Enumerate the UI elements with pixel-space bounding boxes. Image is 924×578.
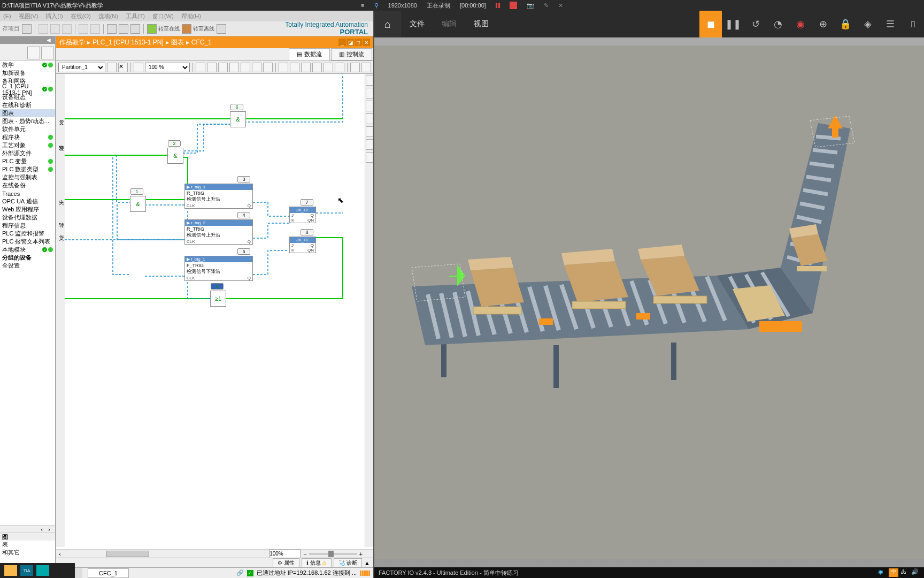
- close-rec-icon[interactable]: ✕: [558, 2, 563, 9]
- tree-item[interactable]: PLC 监控和报警: [0, 230, 55, 238]
- tree-item[interactable]: 分组的设备: [0, 254, 55, 262]
- menu-tools[interactable]: 工具(T): [126, 12, 145, 20]
- pin-icon[interactable]: ◪: [346, 39, 354, 46]
- zoom-select[interactable]: 100 %: [145, 63, 190, 72]
- save-project-label[interactable]: 存项目: [2, 25, 20, 33]
- canvas-hscroll[interactable]: ‹ − +: [56, 549, 373, 558]
- tree-item[interactable]: OPC UA 通信: [0, 197, 55, 206]
- tree-item[interactable]: 图表: [0, 109, 55, 117]
- jkff-block-2[interactable]: 8 JK_FF JQ KQN: [289, 237, 316, 253]
- pause-icon[interactable]: [496, 3, 500, 8]
- partition-del-icon[interactable]: ✕: [118, 63, 128, 72]
- partition-add-icon[interactable]: [107, 63, 117, 72]
- tree-item[interactable]: PLC 数据类型: [0, 165, 55, 173]
- layout2-icon[interactable]: [207, 63, 217, 72]
- minimize-icon[interactable]: _: [338, 39, 346, 46]
- grid3-icon[interactable]: [252, 63, 261, 72]
- tray-vol-icon[interactable]: 🔊: [911, 568, 920, 577]
- breadcrumb-item[interactable]: 图表: [171, 38, 184, 47]
- fio-3d-viewport[interactable]: [374, 37, 924, 567]
- grid4-icon[interactable]: [263, 63, 273, 72]
- breadcrumb-item[interactable]: CFC_1: [191, 39, 212, 46]
- rail-icon[interactable]: [366, 139, 373, 150]
- tab-diagnostics[interactable]: 🩺 诊断: [334, 558, 362, 568]
- tree-lower-item[interactable]: 表: [0, 541, 55, 549]
- menu-view[interactable]: 视图(V): [19, 12, 38, 20]
- reset-sim-icon[interactable]: ↺: [744, 11, 767, 37]
- rail-icon[interactable]: [366, 113, 373, 124]
- maximize-icon[interactable]: □: [355, 39, 362, 46]
- ftrig-block-1[interactable]: 5 ▶f_trig_1 F_TRIG检测信号下降沿 CLKQ: [184, 256, 253, 281]
- debug-icon[interactable]: [324, 63, 333, 72]
- redo-icon[interactable]: [90, 24, 100, 34]
- tree-item[interactable]: 图表 - 趋势/动态...: [0, 117, 55, 125]
- cut-icon[interactable]: [38, 24, 48, 34]
- fx-icon[interactable]: [290, 63, 299, 72]
- record-sim-icon[interactable]: ◉: [789, 11, 812, 37]
- and-gate-6[interactable]: &6: [230, 111, 246, 127]
- chevron-up-icon[interactable]: ▲: [364, 560, 370, 566]
- menu-window[interactable]: 窗口(W): [152, 12, 174, 20]
- connect-icon[interactable]: [279, 63, 288, 72]
- menu-insert[interactable]: 插入(I): [45, 12, 63, 20]
- tree-item[interactable]: 程序信息: [0, 222, 55, 230]
- pause-sim-icon[interactable]: ❚❚: [722, 11, 744, 37]
- align-icon[interactable]: [218, 63, 228, 72]
- tab-properties[interactable]: ⚙ 属性: [273, 558, 299, 568]
- grid1-icon[interactable]: [229, 63, 239, 72]
- rtrig-block-1[interactable]: 3 ▶r_trig_1 R_TRIG检测信号上升沿 CLKQ: [184, 184, 253, 209]
- fio-task-icon[interactable]: [36, 565, 49, 576]
- upload-icon[interactable]: [119, 24, 128, 34]
- explorer-icon[interactable]: [4, 565, 17, 576]
- layout1-icon[interactable]: [196, 63, 205, 72]
- dash-icon[interactable]: [335, 63, 344, 72]
- fio-menu-file[interactable]: 文件: [401, 19, 433, 29]
- or-gate-9[interactable]: ≥19: [210, 291, 226, 307]
- tray-ime[interactable]: 中: [889, 568, 898, 577]
- tree-item[interactable]: 本地模块✓: [0, 246, 55, 254]
- tree-item[interactable]: 加新设备: [0, 69, 55, 77]
- tab-data-flow[interactable]: ▤数据流: [289, 48, 330, 60]
- go-online-button[interactable]: 转至在线: [147, 24, 180, 34]
- tree-item[interactable]: Web 应用程序: [0, 206, 55, 214]
- ext-icon[interactable]: [350, 63, 360, 72]
- and-gate-1[interactable]: &1: [130, 196, 146, 212]
- target-icon[interactable]: ◈: [857, 11, 879, 37]
- pin-icon[interactable]: ⚲: [374, 2, 379, 9]
- save-icon[interactable]: [22, 24, 32, 34]
- pencil-icon[interactable]: ✎: [544, 2, 549, 9]
- list-icon[interactable]: ☰: [879, 11, 902, 37]
- copy-icon[interactable]: [50, 24, 60, 34]
- cfc-canvas[interactable]: &6 &2 &1 ≥19 3 ▶r_trig_1 R_TRIG检测信号上升沿 C…: [65, 74, 365, 547]
- more-icon[interactable]: [361, 63, 371, 72]
- tree-item[interactable]: 教学✓: [0, 61, 55, 69]
- and-gate-2[interactable]: &2: [167, 148, 183, 164]
- tree-item[interactable]: 在线备份: [0, 181, 55, 189]
- rtrig-block-2[interactable]: 4 ▶r_trig_2 R_TRIG检测信号上升沿 CLKQ: [184, 219, 253, 245]
- tia-task-icon[interactable]: TIA: [20, 565, 33, 576]
- tree-item[interactable]: 监控与强制表: [0, 173, 55, 181]
- grid2-icon[interactable]: [241, 63, 250, 72]
- menu-options[interactable]: 选项(N): [98, 12, 118, 20]
- tree-item[interactable]: C_1 [CPU 1513-1 PN]✓: [0, 85, 55, 93]
- stop-sim-button[interactable]: ◼: [699, 11, 722, 37]
- home-icon[interactable]: ⌂: [374, 11, 401, 37]
- paste-icon[interactable]: [62, 24, 72, 34]
- tab-control-flow[interactable]: ▥控制流: [331, 48, 372, 60]
- zoom-slider[interactable]: [309, 553, 357, 555]
- tree-item[interactable]: 工艺对象: [0, 141, 55, 149]
- download-icon[interactable]: [107, 24, 117, 34]
- rail-icon[interactable]: [366, 152, 373, 163]
- tree-item[interactable]: 设备代理数据: [0, 214, 55, 222]
- zoom-input[interactable]: [269, 550, 301, 558]
- tree-item[interactable]: 全设置: [0, 262, 55, 270]
- tree-item[interactable]: PLC 报警文本列表: [0, 238, 55, 246]
- tree-item[interactable]: 软件单元: [0, 125, 55, 133]
- globe-icon[interactable]: ⊕: [812, 11, 834, 37]
- tray-icon[interactable]: ◉: [878, 568, 887, 577]
- tray-net-icon[interactable]: 🖧: [900, 568, 909, 577]
- rail-icon[interactable]: [366, 88, 373, 98]
- rail-icon[interactable]: [366, 101, 373, 111]
- tab-info[interactable]: ℹ 信息 ⚠: [302, 558, 332, 568]
- tree-collapse-bar[interactable]: ◄: [0, 36, 55, 44]
